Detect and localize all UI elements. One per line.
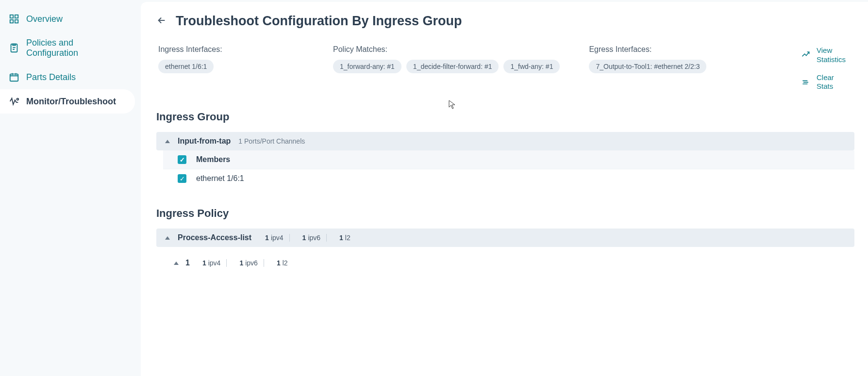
collapse-caret-icon[interactable] bbox=[165, 140, 170, 143]
clear-stats-label: Clear Stats bbox=[817, 73, 841, 92]
page-title: Troubleshoot Configuration By Ingress Gr… bbox=[176, 14, 462, 29]
svg-rect-5 bbox=[10, 74, 18, 82]
checkbox[interactable]: ✓ bbox=[178, 174, 186, 183]
dashboard-icon bbox=[9, 14, 19, 24]
egress-interfaces-column: Egress Interfaces: 7_Output-to-Tool1: #e… bbox=[589, 45, 734, 91]
chip[interactable]: 1_fwd-any: #1 bbox=[503, 60, 560, 73]
back-arrow-icon[interactable] bbox=[156, 15, 167, 28]
clear-stats-link[interactable]: Clear Stats bbox=[801, 73, 851, 92]
member-row: ✓ ethernet 1/6:1 bbox=[163, 169, 854, 188]
chip[interactable]: 1_decide-filter-forward: #1 bbox=[406, 60, 499, 73]
chip[interactable]: 1_forward-any: #1 bbox=[333, 60, 401, 73]
view-statistics-link[interactable]: View Statistics bbox=[801, 46, 851, 65]
ingress-group-title: Ingress Group bbox=[156, 111, 854, 123]
chip[interactable]: ethernet 1/6:1 bbox=[158, 60, 214, 73]
ingress-policy-title: Ingress Policy bbox=[156, 207, 854, 220]
ingress-group-panel-header[interactable]: Input-from-tap 1 Ports/Port Channels bbox=[156, 132, 854, 150]
sidebar-item-label: Monitor/Troubleshoot bbox=[26, 97, 116, 107]
egress-interfaces-label: Egress Interfaces: bbox=[589, 45, 734, 54]
sidebar-item-label: Overview bbox=[26, 14, 63, 24]
clipboard-icon bbox=[9, 43, 19, 53]
checkbox[interactable]: ✓ bbox=[178, 155, 186, 164]
view-statistics-label: View Statistics bbox=[817, 46, 851, 65]
svg-rect-0 bbox=[10, 15, 13, 18]
members-label: Members bbox=[196, 155, 230, 164]
policy-matches-chips: 1_forward-any: #1 1_decide-filter-forwar… bbox=[333, 60, 560, 73]
ingress-interfaces-label: Ingress Interfaces: bbox=[158, 45, 304, 54]
sidebar-item-overview[interactable]: Overview bbox=[0, 7, 135, 31]
clear-icon bbox=[801, 77, 811, 88]
collapse-caret-icon[interactable] bbox=[174, 262, 179, 265]
sidebar-item-label: Policies and Configuration bbox=[26, 38, 126, 58]
ingress-interfaces-column: Ingress Interfaces: ethernet 1/6:1 bbox=[158, 45, 304, 91]
egress-interfaces-chips: 7_Output-to-Tool1: #ethernet 2/2:3 bbox=[589, 60, 734, 73]
main-content: Troubleshoot Configuration By Ingress Gr… bbox=[141, 2, 868, 376]
activity-icon bbox=[9, 96, 19, 107]
sidebar: Overview Policies and Configuration Part… bbox=[0, 0, 141, 376]
sidebar-item-policies[interactable]: Policies and Configuration bbox=[0, 31, 135, 65]
collapse-caret-icon[interactable] bbox=[165, 236, 170, 240]
sidebar-item-label: Parts Details bbox=[26, 72, 76, 82]
ingress-policy-name: Process-Access-list bbox=[178, 233, 251, 242]
sidebar-item-monitor[interactable]: Monitor/Troubleshoot bbox=[0, 89, 135, 114]
sidebar-item-parts[interactable]: Parts Details bbox=[0, 65, 135, 89]
ingress-group-name: Input-from-tap bbox=[178, 137, 231, 146]
svg-rect-3 bbox=[15, 20, 18, 23]
policy-sub-tags: 1ipv4 1ipv6 1l2 bbox=[197, 259, 294, 267]
svg-rect-2 bbox=[10, 20, 13, 23]
ingress-group-sub: 1 Ports/Port Channels bbox=[238, 137, 305, 145]
trending-up-icon bbox=[801, 49, 811, 61]
policy-matches-label: Policy Matches: bbox=[333, 45, 560, 54]
policy-sub-index: 1 bbox=[185, 259, 190, 267]
member-value: ethernet 1/6:1 bbox=[196, 174, 244, 183]
svg-point-6 bbox=[17, 98, 19, 100]
policy-matches-column: Policy Matches: 1_forward-any: #1 1_deci… bbox=[333, 45, 560, 91]
svg-rect-1 bbox=[15, 15, 18, 18]
policy-tags: 1ipv4 1ipv6 1l2 bbox=[259, 234, 356, 242]
calendar-icon bbox=[9, 72, 19, 82]
ingress-interfaces-chips: ethernet 1/6:1 bbox=[158, 60, 304, 73]
ingress-policy-panel-header[interactable]: Process-Access-list 1ipv4 1ipv6 1l2 bbox=[156, 229, 854, 247]
members-header-row: ✓ Members bbox=[163, 150, 854, 169]
chip[interactable]: 7_Output-to-Tool1: #ethernet 2/2:3 bbox=[589, 60, 706, 73]
